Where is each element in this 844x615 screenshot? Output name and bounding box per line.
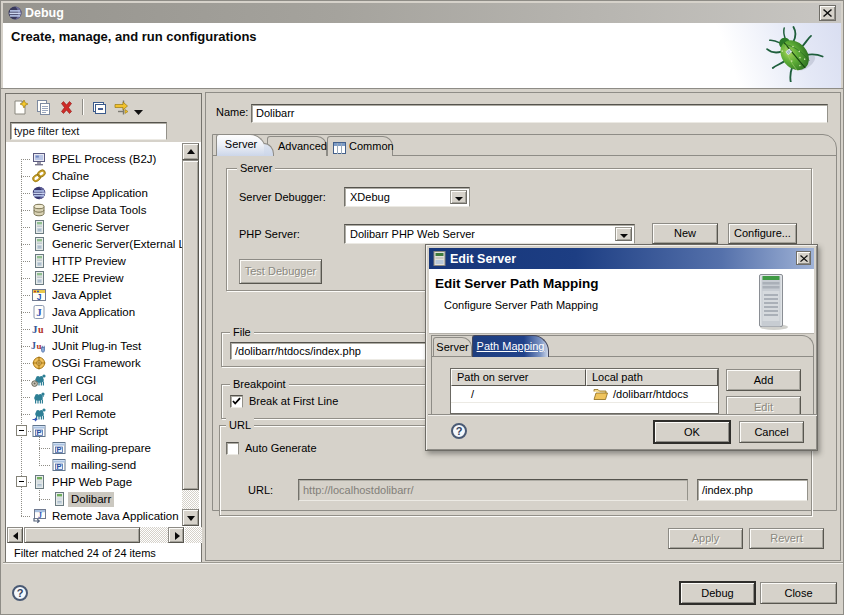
edit-server-close-button[interactable] <box>796 251 811 265</box>
tree-item[interactable]: JRemote Java Application <box>6 508 201 525</box>
tree-item[interactable]: Chaîne <box>6 168 201 185</box>
configure-button[interactable]: Configure... <box>728 223 797 244</box>
cancel-button[interactable]: Cancel <box>739 421 804 443</box>
column-header-local-path[interactable]: Local path <box>586 369 718 386</box>
tree-item-label: Perl CGI <box>52 373 96 388</box>
tree-item-label: HTTP Preview <box>52 254 126 269</box>
break-first-line-checkbox[interactable] <box>230 395 243 408</box>
name-field[interactable]: Dolibarr <box>251 104 828 123</box>
tree-item[interactable]: Generic Server <box>6 219 201 236</box>
tree-branch-line <box>21 363 31 364</box>
new-config-icon[interactable] <box>12 99 29 116</box>
tree-item[interactable]: Pmailing-send <box>6 457 201 474</box>
tab-common[interactable]: Common <box>327 136 393 156</box>
tree-item[interactable]: PPHP Script <box>6 423 201 440</box>
tree-item[interactable]: BPEL Process (B2J) <box>6 151 201 168</box>
edit-mapping-button[interactable]: Edit <box>726 396 801 414</box>
tree-branch-line <box>21 227 31 228</box>
tree-branch-line <box>21 278 31 279</box>
test-debugger-button[interactable]: Test Debugger <box>239 259 322 284</box>
table-row[interactable]: //dolibarr/htdocs <box>451 386 718 403</box>
duplicate-icon[interactable] <box>35 99 52 116</box>
tree-item[interactable]: Perl CGI <box>6 372 201 389</box>
collapse-expander-icon[interactable] <box>16 476 27 487</box>
combo-arrow-icon[interactable] <box>450 190 467 204</box>
menu-dropdown-icon[interactable] <box>134 105 143 117</box>
svg-text:u: u <box>38 324 44 335</box>
scroll-track[interactable] <box>140 527 168 543</box>
server-icon <box>31 270 47 286</box>
auto-generate-checkbox[interactable] <box>226 442 239 455</box>
apply-button[interactable]: Apply <box>668 528 743 549</box>
tree-item[interactable]: OSGi Framework <box>6 355 201 372</box>
edit-server-subheading: Configure Server Path Mapping <box>444 299 598 311</box>
server-tower-icon <box>756 273 790 333</box>
svg-text:P: P <box>56 462 61 471</box>
scroll-up-button[interactable] <box>182 143 199 160</box>
filter-input[interactable]: type filter text <box>10 122 167 140</box>
tree-item[interactable]: JJava Applet <box>6 287 201 304</box>
new-server-button[interactable]: New <box>652 223 718 244</box>
tree-item[interactable]: Perl Local <box>6 389 201 406</box>
tree-item[interactable]: PHP Web Page <box>6 474 201 491</box>
tree-item[interactable]: HTTP Preview <box>6 253 201 270</box>
server-debugger-combo[interactable]: XDebug <box>344 187 470 207</box>
window-close-button[interactable] <box>819 5 836 21</box>
tree-item[interactable]: JuJUnit Plug-in Test <box>6 338 201 355</box>
window-titlebar[interactable]: Debug <box>3 3 841 23</box>
tree-item-label: J2EE Preview <box>52 271 124 286</box>
tab-advanced[interactable]: Advanced <box>267 136 327 156</box>
help-button[interactable]: ? <box>12 585 28 601</box>
modal-help-button[interactable]: ? <box>451 423 467 439</box>
tree-item[interactable]: Pmailing-prepare <box>6 440 201 457</box>
tree-item[interactable]: JJava Application <box>6 304 201 321</box>
path-mapping-table[interactable]: Path on serverLocal path//dolibarr/htdoc… <box>450 368 719 414</box>
filter-icon[interactable] <box>113 99 130 116</box>
add-mapping-button[interactable]: Add <box>726 369 801 391</box>
debug-button[interactable]: Debug <box>679 581 756 605</box>
edit-server-titlebar[interactable]: Edit Server <box>429 248 814 269</box>
tree-item[interactable]: Dolibarr <box>6 491 201 508</box>
collapse-all-icon[interactable] <box>90 99 107 116</box>
scroll-thumb[interactable] <box>182 160 199 490</box>
debug-configurations-window: Debug Create, manage, and run configurat… <box>0 0 844 615</box>
cell-local-path: /dolibarr/htdocs <box>613 386 688 403</box>
ok-button[interactable]: OK <box>653 420 731 444</box>
tab-server[interactable]: Server <box>216 134 266 156</box>
tree-item[interactable]: Eclipse Data Tools <box>6 202 201 219</box>
close-button[interactable]: Close <box>760 582 837 604</box>
tab-server-modal[interactable]: Server <box>433 337 472 356</box>
delete-icon[interactable] <box>58 99 75 116</box>
scroll-right-button[interactable] <box>168 527 184 543</box>
banner-heading: Create, manage, and run configurations <box>11 29 257 44</box>
scroll-left-button[interactable] <box>7 527 23 543</box>
scroll-track[interactable] <box>182 490 199 509</box>
tree-branch-line <box>21 244 31 245</box>
tree-item[interactable]: J2EE Preview <box>6 270 201 287</box>
svg-text:P: P <box>36 428 41 437</box>
php-server-label: PHP Server: <box>239 228 300 240</box>
tree-item-label: JUnit Plug-in Test <box>52 339 141 354</box>
junit-icon: Ju <box>31 321 47 337</box>
scroll-thumb[interactable] <box>24 527 140 543</box>
url-path-field[interactable]: /index.php <box>697 479 808 501</box>
tree-item-label: JUnit <box>52 322 78 337</box>
tree-item[interactable]: JuJUnit <box>6 321 201 338</box>
tree-item[interactable]: Eclipse Application <box>6 185 201 202</box>
tree-horizontal-scrollbar[interactable] <box>7 527 185 543</box>
column-header-path-on-server[interactable]: Path on server <box>451 369 586 386</box>
tree-item[interactable]: Perl Remote <box>6 406 201 423</box>
svg-text:J: J <box>38 511 42 520</box>
tab-path-mapping[interactable]: Path Mapping <box>472 335 549 357</box>
revert-button[interactable]: Revert <box>749 528 824 549</box>
php-server-combo[interactable]: Dolibarr PHP Web Server <box>344 224 635 244</box>
collapse-expander-icon[interactable] <box>16 425 27 436</box>
tree-item-label: Generic Server(External La <box>52 237 191 252</box>
svg-text:P: P <box>56 445 61 454</box>
tree-item[interactable]: Generic Server(External La <box>6 236 201 253</box>
combo-arrow-icon[interactable] <box>615 227 632 241</box>
scroll-down-button[interactable] <box>182 509 199 526</box>
tree-vertical-scrollbar[interactable] <box>182 143 199 526</box>
configurations-tree[interactable]: BPEL Process (B2J)ChaîneEclipse Applicat… <box>6 142 201 526</box>
svg-text:J: J <box>37 292 42 302</box>
